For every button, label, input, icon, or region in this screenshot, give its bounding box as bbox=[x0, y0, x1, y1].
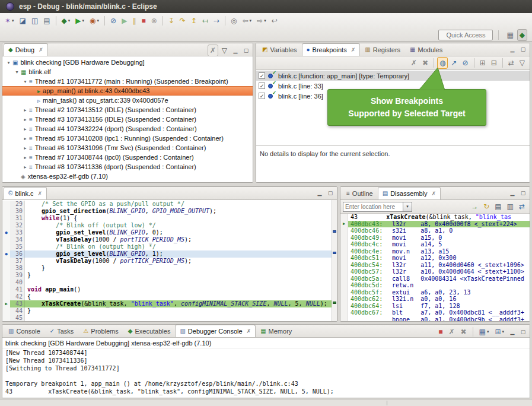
maximize-icon[interactable]: ▢ bbox=[518, 45, 528, 54]
debug-tree-item[interactable]: ▸≡Thread #5 1073410208 (ipc1 : Running) … bbox=[2, 134, 253, 143]
search-icon[interactable]: ◎ bbox=[228, 15, 239, 27]
instruction-pointer-icon[interactable]: ▶ bbox=[2, 300, 10, 307]
top-tab-modules[interactable]: ▦Modules bbox=[405, 43, 447, 56]
step-return-icon[interactable]: ↥ bbox=[189, 15, 199, 27]
code-editor[interactable]: 29 /* Set the GPIO as a push/pull output… bbox=[2, 200, 332, 321]
location-dropdown-icon[interactable]: ▾ bbox=[403, 202, 412, 212]
forward-dropdown[interactable]: ⇨▾ bbox=[254, 15, 269, 27]
disassembly-row[interactable]: 400dbc4c: movi a14, 5 bbox=[340, 241, 530, 248]
jump-to-pc-icon[interactable]: → bbox=[469, 201, 480, 212]
bottom-tab-debugger-console[interactable]: ▥Debugger Console✗ bbox=[175, 325, 256, 337]
close-icon[interactable]: ✗ bbox=[351, 47, 356, 53]
editor-line[interactable]: 37 vTaskDelay(1000 / portTICK_PERIOD_MS)… bbox=[2, 258, 332, 265]
save-all-icon[interactable]: ◫ bbox=[29, 15, 40, 27]
sync-with-stack-frame-icon[interactable]: ⇄ bbox=[517, 201, 527, 212]
resume-icon[interactable]: ▶ bbox=[119, 15, 129, 27]
editor-line[interactable]: ●36 gpio_set_level(BLINK_GPIO, 1); bbox=[2, 250, 332, 258]
disassembly-listing[interactable]: 43 xTaskCreate(&blink_task, "blink_tas▶4… bbox=[340, 214, 530, 321]
step-over-icon[interactable]: ↷ bbox=[177, 15, 188, 27]
minimize-icon[interactable]: ▁ bbox=[508, 327, 517, 337]
bottom-tab-executables[interactable]: ◆Executables bbox=[123, 325, 176, 337]
disassembly-row[interactable]: 400dbc57: l32r a10, 0x400d0464 <_stext+1… bbox=[340, 268, 530, 275]
suspend-icon[interactable]: ∥ bbox=[130, 15, 138, 27]
debug-tree-item[interactable]: ▸≡Thread #8 1073411336 (dport) (Suspende… bbox=[2, 162, 253, 172]
disassembly-row[interactable]: 400dbc5a: call8 0x40084314 <xTaskCreateP… bbox=[340, 275, 530, 283]
back-dropdown[interactable]: ⇦▾ bbox=[240, 15, 254, 27]
bottom-tab-memory[interactable]: ▦Memory bbox=[256, 325, 297, 337]
debug-tab-debug[interactable]: ◆Debug✗ bbox=[4, 43, 48, 56]
breakpoint-checkbox[interactable]: ✓ bbox=[259, 72, 265, 79]
print-icon[interactable]: ▤ bbox=[41, 15, 52, 27]
overview-mark[interactable] bbox=[333, 252, 336, 254]
editor-line[interactable]: 29 /* Set the GPIO as a push/pull output… bbox=[2, 201, 332, 208]
breakpoint-checkbox[interactable]: ✓ bbox=[259, 83, 265, 89]
top-tab-variables[interactable]: ◩Variables bbox=[257, 43, 302, 56]
disassembly-row[interactable]: 400dbc46: s32i a8, a1, 0 bbox=[340, 227, 530, 234]
disconnect-icon[interactable]: ⊗ bbox=[149, 15, 160, 27]
debug-dropdown[interactable]: ◆▾ bbox=[59, 15, 73, 27]
right-tab-disassembly[interactable]: ▤Disassembly✗ bbox=[378, 187, 441, 199]
disassembly-row[interactable]: 400dbc51: movi a12, 0x300 bbox=[340, 255, 530, 262]
minimize-icon[interactable]: ▁ bbox=[508, 45, 517, 54]
editor-line[interactable]: 30 gpio_set_direction(BLINK_GPIO, GPIO_M… bbox=[2, 208, 332, 215]
expander-icon[interactable]: ▾ bbox=[21, 79, 29, 84]
right-tab-outline[interactable]: ≡Outline bbox=[342, 187, 378, 199]
expander-icon[interactable]: ▾ bbox=[5, 60, 12, 65]
step-into-icon[interactable]: ↧ bbox=[166, 15, 177, 27]
remove-all-terminated-icon[interactable]: ✖ bbox=[458, 326, 469, 338]
save-icon[interactable]: ◪ bbox=[17, 15, 28, 27]
overview-ruler[interactable] bbox=[332, 200, 337, 321]
expander-icon[interactable]: ▸ bbox=[21, 164, 29, 170]
editor-line[interactable]: 40 bbox=[2, 279, 332, 286]
maximize-icon[interactable]: ▢ bbox=[518, 188, 528, 198]
debug-tree-item[interactable]: ▸≡Thread #3 1073413156 (IDLE) (Suspended… bbox=[2, 115, 253, 124]
debug-tree-item[interactable]: ▸app_main() at blink.c:43 0x400dbc43 bbox=[2, 86, 253, 96]
editor-line[interactable]: 42{ bbox=[2, 293, 332, 300]
last-edit-location-icon[interactable]: ↩ bbox=[269, 15, 280, 27]
disassembly-row[interactable]: 400dbc5f: extui a6, a0, 23, 13 bbox=[340, 289, 530, 296]
maximize-icon[interactable]: ▢ bbox=[518, 327, 528, 337]
minimize-icon[interactable]: ▁ bbox=[508, 188, 517, 198]
disassembly-row[interactable]: 400dbc67: blt a7, a0, 0x400dbc81 <__addd… bbox=[340, 309, 530, 316]
editor-line[interactable]: ●33 gpio_set_level(BLINK_GPIO, 0); bbox=[2, 229, 332, 236]
close-icon[interactable]: ✗ bbox=[247, 328, 251, 334]
editor-line[interactable]: 45 bbox=[2, 315, 332, 321]
location-input[interactable] bbox=[343, 202, 403, 212]
show-source-icon[interactable]: ▤ bbox=[492, 201, 504, 212]
expander-icon[interactable]: ▸ bbox=[21, 145, 29, 151]
editor-line[interactable]: 35 /* Blink on (output high) */ bbox=[2, 243, 332, 250]
expander-icon[interactable]: ▸ bbox=[21, 155, 29, 160]
debug-tree-item[interactable]: ▸≡Thread #6 1073431096 (Tmr Svc) (Suspen… bbox=[2, 143, 253, 153]
debug-tree-item[interactable]: ▸≡Thread #2 1073413512 (IDLE) (Suspended… bbox=[2, 105, 253, 115]
new-wizard-dropdown[interactable]: ✶▾ bbox=[2, 15, 17, 27]
editor-line[interactable]: 31 while(1) { bbox=[2, 215, 332, 222]
external-tools-dropdown[interactable]: ◉▾ bbox=[87, 15, 101, 27]
debug-tree-item[interactable]: ▾▦blink.elf bbox=[2, 67, 253, 77]
display-selected-console-dropdown[interactable]: ▦▾ bbox=[477, 326, 492, 338]
top-tab-registers[interactable]: ▥Registers bbox=[360, 43, 405, 56]
close-icon[interactable]: ✗ bbox=[38, 191, 43, 196]
breakpoint-item[interactable]: ✓✓blink.c [function: app_main] [type: Te… bbox=[256, 71, 530, 81]
breakpoint-marker-icon[interactable]: ● bbox=[2, 250, 10, 258]
disassembly-row[interactable]: ▶400dbc43: l32r a8, 0x400d00f8 <_stext+2… bbox=[340, 221, 530, 228]
editor-line[interactable]: 34 vTaskDelay(1000 / portTICK_PERIOD_MS)… bbox=[2, 236, 332, 243]
view-menu-icon[interactable]: ▽ bbox=[219, 45, 230, 56]
expander-icon[interactable]: ▸ bbox=[21, 117, 29, 122]
bottom-tab-tasks[interactable]: ✓Tasks bbox=[45, 325, 79, 337]
instruction-stepping-icon[interactable]: ⇢ bbox=[211, 15, 222, 27]
expander-icon[interactable]: ▸ bbox=[21, 107, 29, 113]
skip-all-breakpoints-icon[interactable]: ⊘ bbox=[460, 57, 471, 69]
disassembly-row[interactable]: bnone a0, a1, 0x400dbc9b <__adddf3+ bbox=[340, 316, 530, 322]
expander-icon[interactable]: ▸ bbox=[21, 136, 29, 141]
debug-tree-item[interactable]: ▹main_task() at cpu_start.c:339 0x400d05… bbox=[2, 96, 253, 105]
disassembly-row[interactable]: 400dbc4e: mov.n a13, a15 bbox=[340, 248, 530, 255]
editor-line[interactable]: 41void app_main() bbox=[2, 286, 332, 293]
disassembly-row[interactable]: 400dbc62: l32i.n a0, a0, 16 bbox=[340, 296, 530, 303]
disassembly-row[interactable]: 400dbc49: movi a15, 0 bbox=[340, 234, 530, 242]
editor-tab-blink-c[interactable]: ©blink.c✗ bbox=[4, 187, 47, 199]
remove-launch-icon[interactable]: ✗ bbox=[446, 326, 457, 338]
refresh-icon[interactable]: ↻ bbox=[481, 201, 492, 212]
expander-icon[interactable]: ▸ bbox=[21, 126, 29, 132]
close-icon[interactable]: ✗ bbox=[432, 191, 437, 196]
breakpoint-checkbox[interactable]: ✓ bbox=[259, 93, 265, 99]
